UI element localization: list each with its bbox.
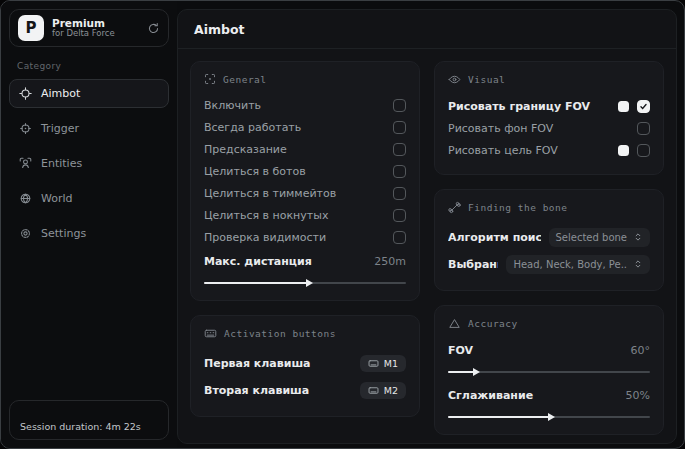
sidebar: P Premium for Delta Force Category Aimbo…	[1, 1, 177, 448]
setting-row: Первая клавиша M1	[204, 350, 406, 376]
section-title: General	[223, 74, 267, 85]
card-activation-buttons: Activation buttons Первая клавиша M1 Вто…	[190, 315, 420, 417]
bone-algorithm-dropdown[interactable]: Selected bone	[549, 228, 650, 247]
max-distance-slider[interactable]	[204, 279, 406, 287]
sidebar-item-label: Entities	[41, 157, 82, 170]
section-title: Finding the bone	[468, 202, 568, 213]
globe-icon	[19, 192, 32, 205]
selected-bones-dropdown[interactable]: Head, Neck, Body, Pe..	[506, 255, 650, 274]
eye-icon	[448, 73, 461, 86]
setting-label: Алгоритм поиска костей	[448, 231, 541, 244]
setting-label: Целиться в ботов	[204, 165, 385, 178]
crosshair-icon	[19, 87, 32, 100]
checkbox[interactable]	[393, 99, 406, 112]
sidebar-item-settings[interactable]: Settings	[9, 219, 169, 248]
setting-row: Вторая клавиша M2	[204, 377, 406, 403]
keybind-button[interactable]: M2	[360, 382, 406, 399]
checkbox[interactable]	[393, 209, 406, 222]
checkbox[interactable]	[637, 144, 650, 157]
checkbox[interactable]	[393, 121, 406, 134]
entities-person-icon	[19, 157, 32, 170]
section-title: Visual	[468, 74, 505, 85]
card-general: General Включить Всегда работать Предска…	[190, 61, 420, 301]
sidebar-item-world[interactable]: World	[9, 184, 169, 213]
sidebar-item-label: Settings	[41, 227, 86, 240]
setting-label: Рисовать фон FOV	[448, 122, 629, 135]
keyboard-icon	[368, 358, 379, 369]
section-title: Accuracy	[468, 318, 518, 329]
setting-label: Предсказание	[204, 143, 385, 156]
color-swatch[interactable]	[618, 101, 629, 112]
checkbox[interactable]	[393, 231, 406, 244]
setting-row: Рисовать цель FOV	[448, 140, 650, 161]
smoothing-slider[interactable]	[448, 413, 650, 421]
setting-label: Вторая клавиша	[204, 384, 352, 397]
unfold-icon	[633, 232, 643, 242]
setting-label: Всегда работать	[204, 121, 385, 134]
keyboard-icon	[204, 327, 217, 340]
dropdown-value: Selected bone	[556, 232, 627, 243]
trigger-scope-icon	[19, 122, 32, 135]
slider-value: 60°	[631, 344, 651, 357]
unfold-icon	[633, 259, 643, 269]
setting-label: Включить	[204, 99, 385, 112]
keybind-value: M1	[384, 358, 398, 369]
checkbox[interactable]	[393, 187, 406, 200]
session-duration-label: Session duration: 4m 22s	[20, 421, 141, 432]
checkbox[interactable]	[393, 143, 406, 156]
setting-row: Предсказание	[204, 139, 406, 160]
fov-slider[interactable]	[448, 368, 650, 376]
slider-row: FOV 60°	[448, 340, 650, 361]
premium-box: P Premium for Delta Force	[9, 9, 169, 47]
app-logo: P	[18, 15, 44, 41]
card-finding-the-bone: Finding the bone Алгоритм поиска костей …	[434, 189, 664, 291]
setting-row: Алгоритм поиска костей Selected bone	[448, 224, 650, 250]
slider-label: Макс. дистанция	[204, 255, 366, 268]
setting-label: Рисовать цель FOV	[448, 144, 610, 157]
setting-label: Целиться в тиммейтов	[204, 187, 385, 200]
premium-subtitle: for Delta Force	[52, 29, 139, 39]
setting-row: Включить	[204, 95, 406, 116]
setting-row: Целиться в ботов	[204, 161, 406, 182]
triangle-icon	[448, 317, 461, 330]
checkbox[interactable]	[393, 165, 406, 178]
slider-label: FOV	[448, 344, 623, 357]
sidebar-item-trigger[interactable]: Trigger	[9, 114, 169, 143]
sidebar-item-label: World	[41, 192, 73, 205]
main-panel: Aimbot General Включить	[177, 9, 677, 444]
session-duration-box: Session duration: 4m 22s	[9, 400, 169, 440]
setting-label: Рисовать границу FOV	[448, 100, 610, 113]
setting-row: Всегда работать	[204, 117, 406, 138]
sidebar-item-label: Aimbot	[41, 87, 80, 100]
checkbox[interactable]	[637, 122, 650, 135]
checkbox[interactable]	[637, 100, 650, 113]
setting-row: Целиться в нокнутых	[204, 205, 406, 226]
app-window: P Premium for Delta Force Category Aimbo…	[0, 0, 685, 449]
setting-row: Проверка видимости	[204, 227, 406, 248]
setting-label: Выбранные кости	[448, 258, 498, 271]
category-label: Category	[17, 61, 161, 71]
setting-row: Целиться в тиммейтов	[204, 183, 406, 204]
slider-label: Сглаживание	[448, 389, 618, 402]
slider-value: 50%	[626, 389, 650, 402]
card-visual: Visual Рисовать границу FOV Рисовать фон…	[434, 61, 664, 175]
color-swatch[interactable]	[618, 145, 629, 156]
card-accuracy: Accuracy FOV 60° Сглаживание 50%	[434, 305, 664, 435]
page-title: Aimbot	[178, 10, 676, 49]
sidebar-item-entities[interactable]: Entities	[9, 149, 169, 178]
focus-frame-icon	[204, 73, 216, 85]
section-title: Activation buttons	[224, 328, 336, 339]
setting-row: Рисовать границу FOV	[448, 96, 650, 117]
sidebar-item-label: Trigger	[41, 122, 79, 135]
slider-row: Сглаживание 50%	[448, 385, 650, 406]
setting-label: Целиться в нокнутых	[204, 209, 385, 222]
gear-icon	[19, 227, 32, 240]
setting-row: Рисовать фон FOV	[448, 118, 650, 139]
setting-label: Проверка видимости	[204, 231, 385, 244]
dropdown-value: Head, Neck, Body, Pe..	[513, 259, 627, 270]
setting-label: Первая клавиша	[204, 357, 352, 370]
keybind-button[interactable]: M1	[360, 355, 406, 372]
sync-icon[interactable]	[147, 22, 160, 35]
keybind-value: M2	[384, 385, 398, 396]
sidebar-item-aimbot[interactable]: Aimbot	[9, 79, 169, 108]
